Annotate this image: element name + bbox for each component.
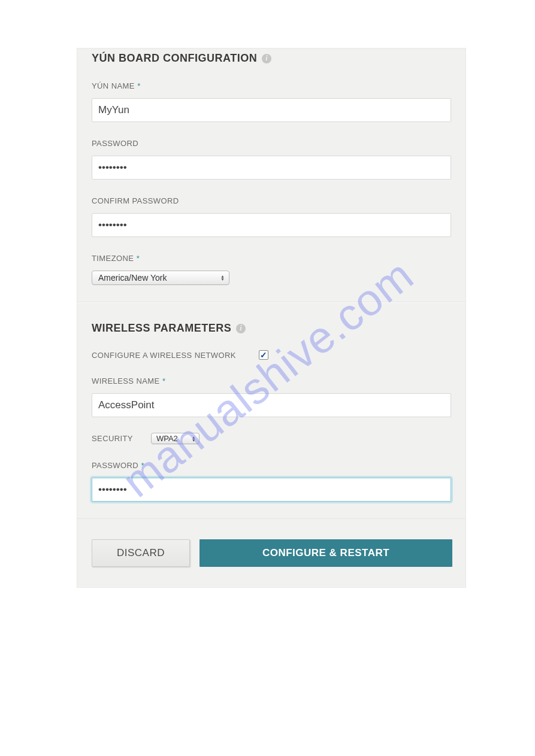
required-marker: * <box>162 377 165 385</box>
info-icon[interactable]: i <box>262 54 271 63</box>
board-config-heading: YÚN BOARD CONFIGURATION i <box>92 52 451 65</box>
discard-label: DISCARD <box>117 547 165 559</box>
yun-name-field: YÚN NAME * <box>92 80 451 122</box>
security-select[interactable]: WPA2 ▲▼ <box>151 433 200 444</box>
password-input[interactable] <box>92 156 451 180</box>
wireless-name-input[interactable] <box>92 393 451 417</box>
submit-label: CONFIGURE & RESTART <box>262 547 389 559</box>
board-config-title: YÚN BOARD CONFIGURATION <box>92 52 257 65</box>
config-panel: YÚN BOARD CONFIGURATION i YÚN NAME * PAS… <box>77 48 466 588</box>
timezone-value: America/New York <box>98 273 207 283</box>
timezone-field: TIMEZONE * America/New York ▲▼ <box>92 253 451 285</box>
board-config-section: YÚN BOARD CONFIGURATION i YÚN NAME * PAS… <box>77 48 466 302</box>
wireless-title: WIRELESS PARAMETERS <box>92 322 231 335</box>
password-field: PASSWORD <box>92 138 451 180</box>
confirm-password-field: CONFIRM PASSWORD <box>92 195 451 237</box>
configure-wifi-label: CONFIGURE A WIRELESS NETWORK <box>92 351 236 360</box>
wireless-section: WIRELESS PARAMETERS i CONFIGURE A WIRELE… <box>77 302 466 519</box>
buttons-row: DISCARD CONFIGURE & RESTART <box>77 519 466 587</box>
timezone-select[interactable]: America/New York ▲▼ <box>92 271 229 285</box>
security-row: SECURITY WPA2 ▲▼ <box>92 433 451 444</box>
required-marker: * <box>141 461 144 470</box>
timezone-label: TIMEZONE <box>92 254 134 263</box>
configure-restart-button[interactable]: CONFIGURE & RESTART <box>200 539 452 567</box>
password-label: PASSWORD <box>92 139 138 148</box>
wireless-name-field: WIRELESS NAME * <box>92 375 451 417</box>
security-value: WPA2 <box>156 434 178 443</box>
wireless-name-label: WIRELESS NAME <box>92 377 160 385</box>
info-icon[interactable]: i <box>236 324 246 333</box>
check-icon: ✓ <box>260 350 267 360</box>
discard-button[interactable]: DISCARD <box>92 539 190 567</box>
yun-name-label: YÚN NAME <box>92 81 135 90</box>
wireless-password-input[interactable] <box>92 478 451 502</box>
wireless-password-field: PASSWORD * <box>92 460 451 502</box>
wireless-password-label: PASSWORD <box>92 461 138 470</box>
required-marker: * <box>137 81 140 90</box>
configure-wifi-checkbox[interactable]: ✓ <box>259 350 268 360</box>
updown-icon: ▲▼ <box>220 275 225 281</box>
updown-icon: ▲▼ <box>191 436 197 442</box>
yun-name-input[interactable] <box>92 98 451 122</box>
security-label: SECURITY <box>92 434 133 443</box>
configure-wifi-row: CONFIGURE A WIRELESS NETWORK ✓ <box>92 350 451 360</box>
required-marker: * <box>137 254 140 263</box>
confirm-password-input[interactable] <box>92 213 451 237</box>
confirm-password-label: CONFIRM PASSWORD <box>92 196 179 205</box>
wireless-heading: WIRELESS PARAMETERS i <box>92 322 451 335</box>
